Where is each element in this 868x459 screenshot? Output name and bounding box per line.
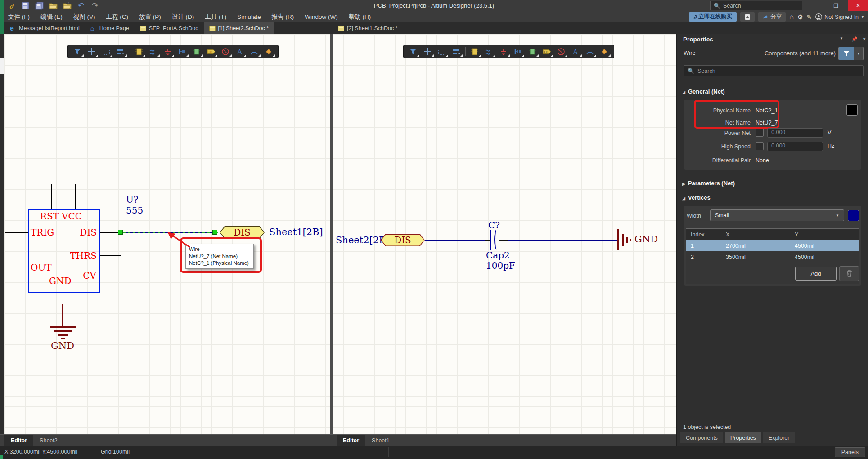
text-icon[interactable]: A: [233, 46, 247, 57]
high-speed-checkbox[interactable]: [756, 142, 764, 150]
filter-button[interactable]: [838, 47, 854, 60]
align-icon[interactable]: [450, 46, 463, 57]
no-erc-icon[interactable]: [554, 46, 568, 57]
designator-tag-icon[interactable]: D1: [540, 46, 553, 57]
text-icon[interactable]: A: [569, 46, 582, 57]
part-icon[interactable]: [468, 46, 481, 57]
menu-item-7[interactable]: Simulate: [237, 13, 261, 20]
doc-tab--1-sheet2-schdoc-[interactable]: [1] Sheet2.SchDoc *: [204, 22, 274, 34]
editor-tab-editor[interactable]: Editor: [4, 435, 33, 446]
power-net-voltage-field[interactable]: 0.000: [767, 128, 823, 138]
designator-tag-icon[interactable]: D1: [204, 46, 218, 57]
doc-tab-sfp-porta-schdoc[interactable]: SFP_PortA.SchDoc: [135, 22, 204, 34]
menu-item-3[interactable]: 工程 (C): [106, 13, 129, 21]
comment-555[interactable]: 555: [126, 205, 143, 216]
sheet-symbol-icon[interactable]: [190, 46, 203, 57]
global-search-input[interactable]: 🔍 Search: [710, 1, 802, 10]
schematic-canvas-sheet1[interactable]: D1A Sheet2[2B] DIS C? Cap2 100pF GND: [333, 34, 676, 434]
menu-item-10[interactable]: 帮助 (H): [349, 13, 371, 21]
wire-icon[interactable]: [147, 46, 160, 57]
save-all-icon[interactable]: [34, 1, 44, 10]
delete-vertex-button[interactable]: [839, 266, 859, 281]
gear-icon[interactable]: ⚙: [797, 13, 803, 21]
align-icon[interactable]: [114, 46, 127, 57]
port-dis[interactable]: DIS: [381, 234, 425, 246]
section-parameters-net[interactable]: ▶Parameters (Net): [682, 180, 735, 187]
menu-item-9[interactable]: Window (W): [305, 13, 338, 20]
junction-icon[interactable]: [262, 46, 275, 57]
cap-value[interactable]: 100pF: [486, 260, 515, 271]
gnd-icon[interactable]: [497, 46, 510, 57]
share-button[interactable]: 分享: [758, 12, 786, 22]
no-erc-icon[interactable]: [219, 46, 232, 57]
power-net-checkbox[interactable]: [756, 129, 764, 137]
width-dropdown[interactable]: Small ▼: [710, 209, 844, 221]
doc-tab-home-page[interactable]: ⌂Home Page: [85, 22, 135, 34]
menu-item-0[interactable]: 文件 (F): [8, 13, 30, 21]
vertex-row-1[interactable]: 12700mil4500mil: [686, 240, 859, 251]
panel-tab-explorer[interactable]: Explorer: [763, 432, 795, 443]
doc-tab--2-sheet1-schdoc-[interactable]: [2] Sheet1.SchDoc *: [333, 22, 403, 34]
collapsed-panel-strip[interactable]: [0, 34, 4, 434]
gnd-power-port[interactable]: GND: [51, 340, 74, 351]
menu-item-1[interactable]: 编辑 (E): [40, 13, 63, 21]
schematic-canvas-sheet2[interactable]: D1A RST VCC TRIG DIS THRS OUT GND CV U? …: [4, 34, 330, 434]
open-folder-icon[interactable]: [48, 1, 58, 10]
home-icon[interactable]: ⌂: [789, 13, 794, 21]
port-dis[interactable]: DIS: [220, 226, 265, 239]
power-port-icon[interactable]: [511, 46, 525, 57]
redo-icon[interactable]: ↷: [90, 1, 100, 10]
sheet-symbol-icon[interactable]: [526, 46, 539, 57]
cursor-icon[interactable]: [421, 46, 434, 57]
properties-search-input[interactable]: 🔍 Search: [684, 65, 864, 76]
menu-item-4[interactable]: 放置 (P): [139, 13, 161, 21]
close-button[interactable]: ✕: [848, 0, 868, 11]
pen-icon[interactable]: ✎: [807, 13, 812, 21]
minimize-button[interactable]: –: [808, 0, 826, 11]
select-rect-icon[interactable]: [99, 46, 113, 57]
add-vertex-button[interactable]: Add: [795, 267, 837, 281]
wire-vertex-2[interactable]: [212, 230, 217, 235]
menu-item-5[interactable]: 设计 (D): [172, 13, 194, 21]
cap-comment[interactable]: Cap2: [486, 250, 510, 261]
sign-in-menu[interactable]: Not Signed In ▼: [815, 13, 864, 20]
vertex-row-2[interactable]: 23500mil4500mil: [686, 251, 859, 263]
section-vertices[interactable]: ◢Vertices: [682, 194, 711, 201]
filter-dropdown-button[interactable]: ▼: [854, 47, 864, 60]
menu-item-6[interactable]: 工具 (T): [205, 13, 226, 21]
cursor-icon[interactable]: [85, 46, 99, 57]
panel-tab-properties[interactable]: Properties: [725, 432, 761, 443]
save-icon[interactable]: [20, 1, 30, 10]
filter-scope-label[interactable]: Components (and 11 more): [765, 50, 836, 57]
editor-tab-sheet2[interactable]: Sheet2: [33, 435, 64, 446]
restore-button[interactable]: ❐: [827, 0, 845, 11]
panel-dropdown-icon[interactable]: ▼: [840, 36, 843, 40]
net-color-swatch[interactable]: [846, 104, 858, 116]
menu-item-8[interactable]: 报告 (R): [272, 13, 294, 21]
wire-icon[interactable]: [482, 46, 496, 57]
doc-tab-messagelistreport-html[interactable]: eMessageListReport.html: [4, 22, 85, 34]
select-rect-icon[interactable]: [435, 46, 449, 57]
junction-icon[interactable]: [598, 46, 611, 57]
designator-u[interactable]: U?: [126, 194, 139, 205]
power-port-icon[interactable]: [175, 46, 189, 57]
open-project-icon[interactable]: [62, 1, 72, 10]
arc-icon[interactable]: [247, 46, 261, 57]
capacitor-curved-plate[interactable]: [494, 230, 499, 250]
pin-panel-icon[interactable]: 📌: [851, 36, 858, 42]
capacitor-plate[interactable]: [490, 230, 491, 250]
close-panel-icon[interactable]: ✕: [862, 36, 866, 42]
wire-color-swatch[interactable]: [848, 210, 859, 221]
component-u555[interactable]: RST VCC TRIG DIS THRS OUT GND CV: [28, 209, 100, 293]
part-icon[interactable]: [132, 46, 146, 57]
gnd-power-port[interactable]: GND: [634, 234, 658, 245]
menu-item-2[interactable]: 视图 (V): [73, 13, 95, 21]
editor-tab-sheet1[interactable]: Sheet1: [365, 435, 396, 446]
high-speed-freq-field[interactable]: 0.000: [767, 142, 823, 151]
filter-icon[interactable]: [71, 46, 84, 57]
wire-vertex-1[interactable]: [118, 230, 123, 235]
filter-icon[interactable]: [406, 46, 420, 57]
editor-tab-editor[interactable]: Editor: [337, 435, 365, 446]
arc-icon[interactable]: [583, 46, 597, 57]
panel-tab-components[interactable]: Components: [680, 432, 723, 443]
